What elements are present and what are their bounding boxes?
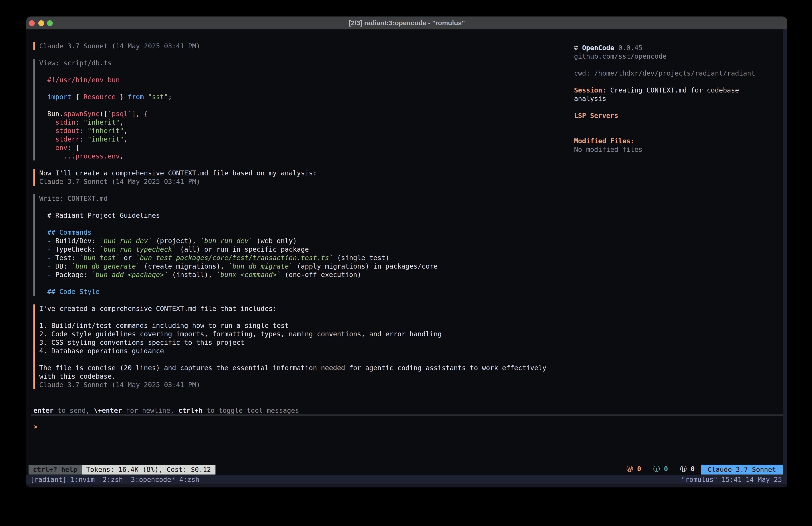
terminal-line: Claude 3.7 Sonnet (14 May 2025 03:41 PM) [39,177,577,186]
terminal-window: [2/3] radiant:3:opencode - "romulus" Cla… [26,16,787,487]
input-separator [31,415,783,415]
terminal-line [574,61,755,69]
terminal-line: - Build/Dev: `bun run dev` (project), `b… [39,237,577,245]
status-spacer [216,465,626,474]
prompt-input[interactable]: > [33,423,778,433]
terminal-line: stdout: "inherit", [39,127,577,135]
close-button[interactable] [29,20,35,26]
terminal-line: The file is concise (20 lines) and captu… [39,364,577,372]
terminal-line: LSP Servers [574,111,755,120]
terminal-line: View: script/db.ts [39,59,577,67]
terminal-line: 4. Database operations guidance [39,347,577,355]
tool-output-block: Write: CONTEXT.md # Radiant Project Guid… [33,194,577,296]
keybinding-hint: enter to send, \+enter for newline, ctrl… [33,406,299,415]
tmux-status-bar: [radiant] 1:nvim 2:zsh- 3:opencode* 4:zs… [26,475,787,484]
terminal-line [574,120,755,128]
terminal-line [574,77,755,86]
terminal-line: with this codebase. [39,372,577,381]
terminal-line [39,101,577,110]
terminal-line: enter to send, \+enter for newline, ctrl… [33,406,299,415]
terminal-line: Bun.spawnSync([`psql`], { [39,110,577,118]
window-bottom-strip [26,484,787,487]
terminal-line: Write: CONTEXT.md [39,194,577,203]
terminal-line: 3. CSS styling conventions specific to t… [39,338,577,347]
terminal-line: 2. Code style guidelines covering import… [39,330,577,338]
terminal-line [39,220,577,228]
terminal-line: - TypeCheck: `bun run typecheck` (all) o… [39,245,577,254]
terminal-line: # Radiant Project Guidelines [39,211,577,220]
terminal-line: - Package: `bun add <package>` (install)… [39,271,577,279]
zoom-button[interactable] [47,20,53,26]
terminal-line: import { Resource } from "sst"; [39,93,577,101]
terminal-line [39,313,577,322]
chat-area: Claude 3.7 Sonnet (14 May 2025 03:41 PM)… [26,29,577,398]
terminal-line: analysis [574,95,755,103]
terminal-line: github.com/sst/opencode [574,52,755,61]
terminal-line: env: { [39,144,577,152]
terminal-line: © OpenCode 0.0.45 [574,44,755,52]
terminal-line [39,203,577,211]
minimize-button[interactable] [38,20,44,26]
terminal-line: - DB: `bun db generate` (create migratio… [39,262,577,271]
terminal-line: - Test: `bun test` or `bun test packages… [39,254,577,262]
terminal-line: Ⓦ 0 ⓘ 0 ⓗ 0 [626,465,695,473]
terminal-line: 1. Build/lint/test commands including ho… [39,322,577,330]
terminal-line: Now I'll create a comprehensive CONTEXT.… [39,169,577,177]
terminal-line [39,279,577,287]
model-badge: Claude 3.7 Sonnet [701,465,783,474]
terminal-line: Modified Files: [574,137,755,145]
chat-scrollbar[interactable] [783,29,787,475]
terminal-line: No modified files [574,145,755,154]
tool-output-block: View: script/db.ts #!/usr/bin/env bun im… [33,59,577,160]
terminal-line: Claude 3.7 Sonnet (14 May 2025 03:41 PM) [39,42,577,51]
terminal-line: cwd: /home/thdxr/dev/projects/radiant/ra… [574,69,755,77]
status-bar: ctrl+? help Tokens: 16.4K (8%), Cost: $0… [26,465,787,474]
terminal-line [39,84,577,93]
assistant-message-block: Claude 3.7 Sonnet (14 May 2025 03:41 PM) [33,42,577,51]
terminal-line: I've created a comprehensive CONTEXT.md … [39,304,577,313]
terminal-line [574,103,755,111]
terminal-line: ## Code Style [39,287,577,296]
assistant-message-block: Now I'll create a comprehensive CONTEXT.… [33,169,577,186]
terminal-line: Session: Creating CONTEXT.md for codebas… [574,86,755,95]
tokens-cost-chip: Tokens: 16.4K (8%), Cost: $0.12 [82,465,216,474]
assistant-message-block: I've created a comprehensive CONTEXT.md … [33,304,577,389]
tmux-windows-list: [radiant] 1:nvim 2:zsh- 3:opencode* 4:zs… [30,475,200,483]
help-shortcut-chip: ctrl+? help [29,465,82,474]
terminal-line [574,128,755,137]
session-sidebar: © OpenCode 0.0.45github.com/sst/opencode… [574,44,755,154]
terminal-line: stderr: "inherit", [39,135,577,144]
window-titlebar: [2/3] radiant:3:opencode - "romulus" [26,16,787,29]
terminal-line: ## Commands [39,228,577,237]
terminal-line: Claude 3.7 Sonnet (14 May 2025 03:41 PM) [39,381,577,389]
terminal-line [39,67,577,76]
window-title: [2/3] radiant:3:opencode - "romulus" [349,19,465,27]
terminal-line: #!/usr/bin/env bun [39,76,577,84]
tmux-host-clock: "romulus" 15:41 14-May-25 [681,475,782,483]
terminal-line: ...process.env, [39,152,577,160]
diagnostic-counters: Ⓦ 0 ⓘ 0 ⓗ 0 [626,465,695,474]
terminal-line [39,355,577,364]
prompt-caret: > [33,423,38,431]
terminal-line: stdin: "inherit", [39,118,577,127]
